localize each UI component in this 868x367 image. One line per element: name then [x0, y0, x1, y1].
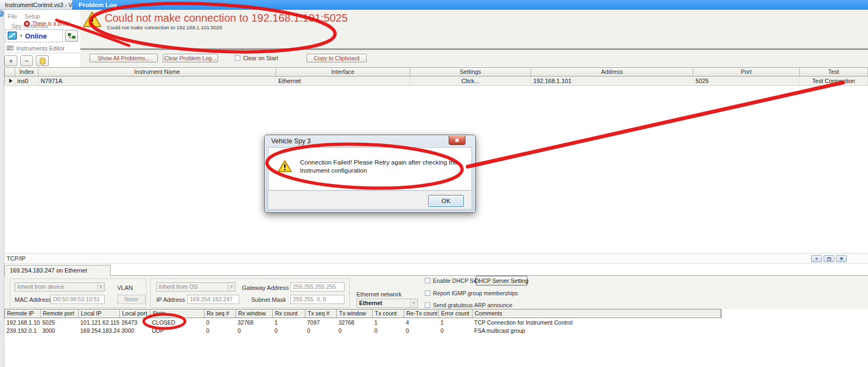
arp-label: Send gratuitous ARP announce — [433, 302, 512, 308]
problem-alert-icon — [24, 21, 30, 27]
cell-rx-window: 32768 — [235, 319, 272, 327]
problem-alert-text[interactable]: There is a probl — [32, 21, 69, 27]
cell-state: UDP — [150, 327, 204, 335]
cell-remote-ip: 192.168.1.101 — [4, 319, 40, 327]
connection-row[interactable]: 239.192.0.1 3000 169.254.183.24 3000 UDP… — [4, 327, 722, 335]
tcpip-titlebar[interactable]: TCP/IP — [4, 253, 868, 264]
problem-log-header[interactable]: Problem Log — [72, 0, 868, 10]
dhcp-server-setting-button[interactable]: DHCP Server Setting — [476, 276, 527, 286]
col-retx-count[interactable]: Re-Tx count — [404, 309, 439, 318]
col-state[interactable]: State — [150, 309, 205, 318]
cell-port[interactable]: 5025 — [693, 77, 800, 85]
cell-settings[interactable]: Click... — [410, 77, 531, 85]
dialog-close-button[interactable]: ✖ — [449, 136, 465, 145]
col-instrument-name[interactable]: Instrument Name — [39, 68, 276, 76]
col-comments[interactable]: Comments — [473, 309, 721, 318]
cell-test-connection[interactable]: Test Connection — [800, 77, 868, 85]
warning-icon — [82, 11, 102, 28]
remove-instrument-button[interactable]: − — [20, 55, 33, 66]
col-error-count[interactable]: Error count — [439, 309, 473, 318]
cell-instrument-name[interactable]: N7971A — [39, 77, 276, 85]
cell-state: CLOSED — [150, 319, 204, 327]
subnet-label: Subnet Mask — [251, 296, 286, 303]
menu-file[interactable]: File — [8, 13, 17, 20]
dialog-body: Connection Failed! Please Retry again af… — [268, 147, 472, 191]
instrument-row[interactable]: ins0 N7971A Ethernet Click... 192.168.1.… — [4, 77, 868, 86]
tab-adapter[interactable]: 169.254.183.247 on Ethernet — [4, 265, 111, 276]
ok-button[interactable]: OK — [428, 195, 464, 207]
panel-restore-button[interactable] — [824, 255, 834, 262]
cell-tx-window: 32768 — [336, 319, 372, 327]
ethernet-network-value: Ethernet — [359, 300, 382, 306]
copy-to-clipboard-button[interactable]: Copy to Clipboard — [307, 54, 367, 62]
cell-address[interactable]: 192.168.1.101 — [531, 77, 693, 85]
col-tx-count[interactable]: Tx count — [373, 309, 404, 318]
ip-address-field[interactable]: 169.254.183.247 — [187, 295, 239, 304]
cell-rx-count: 0 — [272, 327, 305, 335]
col-index[interactable]: Index — [15, 68, 39, 76]
col-interface[interactable]: Interface — [276, 68, 410, 76]
col-port[interactable]: Port — [693, 68, 800, 76]
subnet-field[interactable]: 255.255. 0. 0 — [290, 295, 344, 304]
cell-remote-ip: 239.192.0.1 — [4, 327, 40, 335]
tcpip-pane: Inherit from device▼ VLAN MAC Address D0… — [4, 276, 868, 309]
arp-checkbox[interactable] — [425, 302, 430, 308]
chevron-down-icon: ▼ — [815, 257, 819, 261]
instruments-editor-row[interactable]: Instruments Editor — [4, 43, 80, 53]
panel-dropdown-button[interactable]: ▼ — [811, 255, 822, 262]
vehicle-spy-window: InstrumentControl.vs3 - V Problem Log Fi… — [0, 0, 868, 367]
col-tx-window[interactable]: Tx window — [337, 309, 373, 318]
instruments-table-header: Index Instrument Name Interface Settings… — [4, 67, 868, 77]
vlan-field[interactable]: None — [117, 295, 145, 304]
online-control[interactable]: ▼ Online — [5, 29, 63, 42]
cell-rx-window: 0 — [235, 327, 272, 335]
mac-address-field[interactable]: D0:50:99:53:10:51 — [50, 295, 105, 304]
col-rx-count[interactable]: Rx count — [273, 309, 305, 318]
col-remote-ip[interactable]: Remote IP — [5, 309, 41, 318]
connection-row[interactable]: 192.168.1.101 5025 101.121.62.115 26473 … — [4, 319, 722, 327]
col-local-port[interactable]: Local port — [120, 309, 150, 318]
app-titlebar[interactable]: InstrumentControl.vs3 - V — [0, 0, 72, 10]
os-mode-dropdown[interactable]: Inherit from OS▼ — [156, 282, 235, 292]
dialog-title: Vehicle Spy 3 — [271, 137, 311, 145]
panel-close-button[interactable]: ✖ — [836, 255, 847, 262]
clear-on-start-checkbox[interactable] — [235, 55, 240, 61]
cell-error-count: 1 — [438, 319, 472, 327]
connections-table-header: Remote IP Remote port Local IP Local por… — [4, 309, 722, 318]
cell-comments: TCP Connection for Instrument Control — [472, 319, 722, 327]
cell-local-port: 3000 — [119, 327, 150, 335]
show-all-problems-button[interactable]: Show All Problems... — [90, 54, 158, 62]
col-settings[interactable]: Settings — [410, 68, 531, 76]
restore-icon — [827, 257, 831, 261]
os-mode-value: Inherit from OS — [159, 283, 197, 290]
window-title: InstrumentControl.vs3 - V — [5, 2, 72, 8]
col-rx-seq[interactable]: Rx seq # — [205, 309, 236, 318]
close-icon: ✖ — [840, 256, 844, 261]
col-test[interactable]: Test — [800, 68, 868, 76]
clear-problem-log-button[interactable]: Clear Problem Log... — [163, 54, 218, 62]
network-hardware-button[interactable] — [65, 30, 78, 42]
left-dock-strip[interactable] — [0, 10, 4, 367]
col-local-ip[interactable]: Local IP — [79, 309, 120, 318]
col-rx-window[interactable]: Rx window — [236, 309, 273, 318]
online-caret-icon[interactable]: ▼ — [20, 34, 23, 37]
cell-index[interactable]: ins0 — [15, 77, 39, 85]
cell-rx-seq: 0 — [204, 319, 235, 327]
col-remote-port[interactable]: Remote port — [41, 309, 79, 318]
cell-local-ip: 169.254.183.24 — [78, 327, 119, 335]
device-mode-dropdown[interactable]: Inherit from device▼ — [15, 282, 105, 292]
cell-remote-port: 5025 — [40, 319, 78, 327]
col-tx-seq[interactable]: Tx seq # — [305, 309, 337, 318]
col-address[interactable]: Address — [531, 68, 693, 76]
annotation-arrow-line — [468, 83, 843, 167]
add-instrument-button[interactable]: + — [4, 55, 17, 66]
online-mode-icon[interactable] — [8, 31, 17, 40]
cell-interface[interactable]: Ethernet — [276, 77, 410, 85]
database-button[interactable] — [36, 55, 49, 66]
igmp-checkbox[interactable] — [425, 290, 430, 296]
menu-setup[interactable]: Setup — [24, 13, 40, 20]
ip-address-label: IP Address — [156, 296, 185, 303]
enable-dhcp-checkbox[interactable] — [425, 278, 430, 283]
ethernet-network-dropdown[interactable]: Ethernet▼ — [356, 299, 418, 308]
gateway-field[interactable]: 255.255.255.255 — [290, 282, 344, 292]
